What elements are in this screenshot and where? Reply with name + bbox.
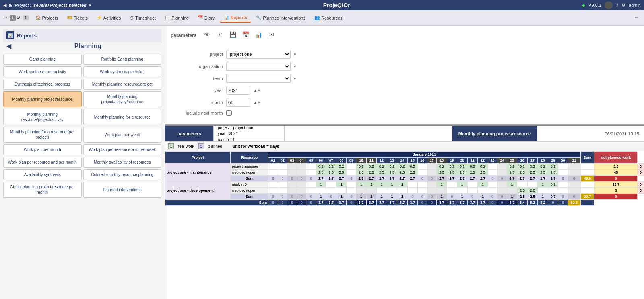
grand-sum-label: Sum xyxy=(165,200,268,206)
team-dropdown-icon[interactable]: ▾ xyxy=(294,76,296,81)
cell-sum-day: 0 xyxy=(447,194,457,200)
nav-planned[interactable]: 🔧 Planned interventions xyxy=(252,14,310,22)
print-icon[interactable]: 🖨 xyxy=(215,30,225,39)
cell-day xyxy=(497,170,507,176)
bottom-report-title[interactable]: Monthly planning project/resource xyxy=(452,126,537,141)
btn-work-plan-resource-month[interactable]: Work plan per resource and per month xyxy=(3,157,82,168)
cell-day: 1 xyxy=(538,182,548,188)
btn-monthly-planning-project-resource[interactable]: Monthly planning project/resource xyxy=(3,91,82,107)
nav-resources[interactable]: 👥 Resources xyxy=(310,14,347,22)
reports-icon: 📊 xyxy=(6,31,14,39)
cell-sum-day: 0 xyxy=(427,194,437,200)
calendar-icon[interactable]: 📅 xyxy=(241,30,251,39)
table-row: project one - maintenanceproject manager… xyxy=(165,164,644,170)
pencil-icon[interactable]: ✏ xyxy=(635,15,638,20)
bottom-params-button[interactable]: parameters xyxy=(165,126,213,141)
cell-day: 0.2 xyxy=(517,164,528,170)
btn-portfolio-gantt[interactable]: Portfolio Gantt planning xyxy=(83,54,162,65)
cell-sum-day: 0 xyxy=(467,194,478,200)
cell-day xyxy=(268,170,278,176)
include-next-month-checkbox[interactable] xyxy=(226,110,232,116)
cell-day xyxy=(268,188,278,194)
cell-day xyxy=(517,182,528,188)
settings-icon[interactable]: ⚙ xyxy=(621,3,625,8)
btn-work-synthesis-ticket[interactable]: Work synthesis per ticket xyxy=(83,66,162,77)
month-input[interactable] xyxy=(226,98,250,107)
layout-icon[interactable]: ⊞ xyxy=(9,3,12,8)
cell-day: 2.5 xyxy=(387,170,397,176)
cell-sum-day: 1 xyxy=(507,194,517,200)
eye-icon[interactable]: 👁 xyxy=(202,30,212,39)
cell-sum: 45 xyxy=(594,170,638,176)
project-dropdown-icon[interactable]: ▾ xyxy=(294,52,296,57)
cell-sum-day: 0 xyxy=(418,176,427,182)
help-icon[interactable]: ? xyxy=(616,3,618,8)
btn-monthly-availability[interactable]: Monthly availability of resources xyxy=(83,157,162,168)
save-icon[interactable]: 💾 xyxy=(228,30,238,39)
cell-day: 1 xyxy=(336,182,347,188)
history-icon[interactable]: ↺ xyxy=(17,15,20,20)
app-title: ProjeQtOr xyxy=(323,2,350,8)
btn-work-synthesis-activity[interactable]: Work synthesis per activity xyxy=(3,66,82,77)
btn-work-plan-resource-week[interactable]: Work plan per resource and per week xyxy=(83,144,162,155)
top-bar-right: ● V9.0.1 ? ⚙ admin xyxy=(582,1,641,9)
organization-select[interactable] xyxy=(226,62,291,71)
nav-tickets[interactable]: 🎫 Tickets xyxy=(63,14,91,22)
nav-planning[interactable]: 📋 Planning xyxy=(161,14,193,22)
btn-availability-synthesis[interactable]: Availability synthesis xyxy=(3,169,82,180)
chart-icon[interactable]: 📊 xyxy=(254,30,264,39)
back-arrow-icon[interactable]: ◀ xyxy=(6,42,11,50)
year-spinner-icon[interactable]: ▲▼ xyxy=(254,88,261,92)
year-input[interactable] xyxy=(226,86,250,95)
btn-monthly-planning-resource-per-project[interactable]: Monthly planning for a resource (per pro… xyxy=(3,127,82,143)
cell-day xyxy=(306,182,316,188)
project-select[interactable]: project one xyxy=(226,50,291,59)
btn-monthly-planning-resource-project-activity[interactable]: Monthly planning resource/project/activi… xyxy=(3,109,82,125)
btn-planned-interventions[interactable]: Planned interventions xyxy=(83,182,162,198)
btn-work-plan-month[interactable]: Work plan per month xyxy=(3,144,82,155)
col-sum: Sum xyxy=(580,152,594,164)
cell-sum-day: 0 xyxy=(306,194,316,200)
cell-not-planned: 0 xyxy=(637,164,644,170)
btn-monthly-planning-project-activity-resource[interactable]: Monthly planning project/activity/resour… xyxy=(83,91,162,107)
menu-icon[interactable]: ☰ xyxy=(3,15,7,20)
cell-day xyxy=(558,188,568,194)
project-label: project xyxy=(171,52,223,57)
btn-monthly-planning-resource[interactable]: Monthly planning for a resource xyxy=(83,109,162,125)
team-select[interactable] xyxy=(226,74,291,83)
cell-day: 0.2 xyxy=(336,164,347,170)
nav-reports[interactable]: 📊 Reports xyxy=(220,13,252,23)
cell-day xyxy=(347,182,356,188)
nav-activities[interactable]: ⚡ Activities xyxy=(93,14,125,22)
btn-work-plan-week[interactable]: Work plan per week xyxy=(83,127,162,143)
add-icon[interactable]: + xyxy=(10,15,16,21)
nav-timesheet[interactable]: ⏱ Timesheet xyxy=(126,14,160,22)
month-spinner-icon[interactable]: ▲▼ xyxy=(254,100,261,104)
dropdown-icon[interactable]: ▾ xyxy=(89,3,91,8)
nav-projects[interactable]: 🏠 Projects xyxy=(31,14,62,22)
team-row: team ▾ xyxy=(171,74,638,83)
btn-synthesis-technical[interactable]: Synthesis of technical progress xyxy=(3,79,82,90)
planned-legend-box: 1 xyxy=(198,143,204,149)
team-label: team xyxy=(171,76,223,81)
cell-day: 0.7 xyxy=(548,182,558,188)
cell-day xyxy=(377,188,387,194)
cell-sum-day: 0 xyxy=(347,194,356,200)
btn-colored-monthly[interactable]: Colored monthly resource planning xyxy=(83,169,162,180)
cell-sum-day: 1 xyxy=(397,194,408,200)
cell-day xyxy=(297,188,306,194)
btn-monthly-planning-resource-project[interactable]: Monthly planning resource/project xyxy=(83,79,162,90)
cell-day: 0.2 xyxy=(407,164,418,170)
params-title: parameters xyxy=(171,33,197,38)
org-dropdown-icon[interactable]: ▾ xyxy=(294,64,296,69)
btn-global-planning[interactable]: Global planning project/resource per mon… xyxy=(3,182,82,198)
grand-sum-day: 3.7 xyxy=(437,200,447,206)
nav-diary[interactable]: 📅 Diary xyxy=(194,14,219,22)
cell-day xyxy=(538,188,548,194)
back-nav-icon[interactable]: ◀ xyxy=(3,3,6,8)
mail-icon[interactable]: ✉ xyxy=(267,30,277,39)
btn-gantt[interactable]: Gantt planning xyxy=(3,54,82,65)
cell-day xyxy=(407,182,418,188)
cell-day: 2.5 xyxy=(538,170,548,176)
cell-sum-day: 0 xyxy=(407,194,418,200)
